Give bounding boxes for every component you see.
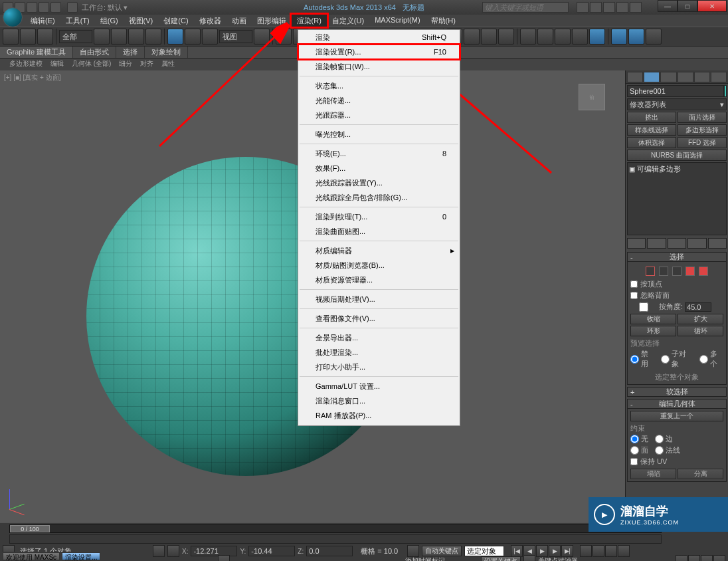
menu-modifier[interactable]: 修改器 [194,15,227,27]
dd-matmgr[interactable]: 材质资源管理器... [298,273,460,287]
nav-zoom-icon[interactable] [580,545,592,557]
coord-x[interactable] [191,546,237,556]
time-handle[interactable]: 0 / 100 [10,525,50,532]
chk-byvertex[interactable] [630,280,638,288]
btn-grow[interactable]: 扩大 [678,314,723,324]
maximize-button[interactable]: □ [678,0,697,12]
help-icon[interactable] [577,2,589,13]
dd-state[interactable]: 状态集... [298,78,460,93]
snap-percent-icon[interactable] [481,29,497,45]
pivot-icon[interactable] [254,29,270,45]
manip-icon[interactable] [276,29,292,45]
nav-orbit-icon[interactable] [701,555,713,561]
search-input[interactable] [482,2,569,13]
menu-group[interactable]: 组(G) [95,15,124,27]
menu-create[interactable]: 创建(C) [158,15,193,27]
coord-z[interactable] [306,546,353,556]
qat-link-icon[interactable] [67,2,78,13]
select-name-icon[interactable] [111,29,127,45]
configure-icon[interactable] [708,238,727,249]
radio-subobj[interactable] [661,355,670,364]
info-icon[interactable] [630,2,642,13]
radio-multi[interactable] [699,355,708,364]
border-icon[interactable] [672,267,682,276]
radio-normal[interactable] [655,446,664,455]
modifier-stack[interactable]: ▣ 可编辑多边形 [627,162,727,235]
rollout-selection[interactable]: -选择 [627,252,727,262]
select-paint-icon[interactable] [145,29,161,45]
object-name-input[interactable] [627,85,724,97]
close-button[interactable]: ✕ [697,0,727,12]
qat-redo-icon[interactable] [50,2,61,13]
align-icon[interactable] [520,29,536,45]
dd-rsurf[interactable]: 渲染曲面贴图... [298,224,460,239]
layers-icon[interactable] [537,29,553,45]
radio-face[interactable] [630,446,639,455]
subtab-polymodel[interactable]: 多边形建模 [5,58,46,70]
show-icon[interactable] [647,238,666,249]
menu-help[interactable]: 帮助(H) [426,15,461,27]
nav-fov-icon[interactable] [605,545,617,557]
dd-matedit[interactable]: 材质编辑器▶ [298,243,460,258]
autokey-button[interactable]: 自动关键点 [422,546,462,556]
nav-zoome-icon[interactable] [618,545,630,557]
favorite-icon[interactable] [590,2,602,13]
btn-spline[interactable]: 样条线选择 [627,124,676,136]
subtab-subdiv[interactable]: 细分 [115,58,136,70]
dd-print[interactable]: 打印大小助手... [298,360,460,374]
utilities-tab-icon[interactable] [711,72,727,82]
play-icon[interactable]: ▶ [536,545,548,557]
bind-icon[interactable] [37,29,53,45]
comm-icon[interactable] [603,2,615,13]
lock-sel-icon[interactable] [167,545,179,557]
btn-ffd[interactable]: FFD 选择 [678,137,727,148]
dd-gamma[interactable]: Gamma/LUT 设置... [298,379,460,393]
next-frame-icon[interactable]: ▶ [549,545,561,557]
create-tab-icon[interactable] [627,72,643,82]
pin-icon[interactable] [627,238,646,249]
nav-zoomall-icon[interactable] [592,545,604,557]
btn-detach[interactable]: 分离 [678,469,723,479]
btn-collapse[interactable]: 塌陷 [630,469,676,479]
btn-shrink[interactable]: 收缩 [630,314,676,324]
mirror-icon[interactable] [498,29,514,45]
dd-videopost[interactable]: 视频后期处理(V)... [298,292,460,306]
curve-editor-icon[interactable] [555,29,571,45]
workspace-label[interactable]: 工作台: 默认 [82,3,122,13]
dd-batch[interactable]: 批处理渲染... [298,345,460,360]
chk-keepuv[interactable] [630,458,638,465]
material-editor-icon[interactable] [589,29,605,45]
script-icon[interactable] [218,555,230,561]
move-icon[interactable] [167,29,183,45]
key-icon[interactable] [407,545,419,557]
btn-vol[interactable]: 体积选择 [627,137,676,148]
rendset-btn[interactable]: 渲染设置... [62,552,100,560]
radio-off[interactable] [630,355,639,364]
unique-icon[interactable] [668,238,686,249]
dd-lighttracer[interactable]: 光跟踪器... [298,108,460,122]
motion-tab-icon[interactable] [678,72,693,82]
modifier-list[interactable]: 修改器列表▾ [627,98,727,110]
display-tab-icon[interactable] [694,72,710,82]
exchange-icon[interactable] [616,2,628,13]
ribbon-paint[interactable]: 对象绘制 [145,47,188,58]
dd-effects[interactable]: 效果(F)... [298,161,460,175]
link-icon[interactable] [3,29,19,45]
keymode-input[interactable] [464,546,504,556]
menu-tools[interactable]: 工具(T) [60,15,95,27]
vertex-icon[interactable] [646,267,655,276]
dd-render-window[interactable]: 渲染帧窗口(W)... [298,59,460,74]
chk-byangle[interactable] [630,302,657,312]
time-slider[interactable]: 0 / 100 [9,524,662,533]
hierarchy-tab-icon[interactable] [660,72,676,82]
dd-raytrace-set[interactable]: 光线跟踪器设置(Y)... [298,175,460,190]
radio-none[interactable] [630,435,639,443]
subtab-align[interactable]: 对齐 [136,58,157,70]
menu-maxscript[interactable]: MAXScript(M) [369,15,425,27]
welcome-btn[interactable]: 欢迎使用 MAXSc [3,552,60,560]
element-icon[interactable] [699,267,708,276]
nav-walk-icon[interactable] [688,555,700,561]
btn-nurbs[interactable]: NURBS 曲面选择 [627,150,727,161]
btn-face[interactable]: 面片选择 [678,112,727,123]
dd-raytrace-inc[interactable]: 光线跟踪全局包含/排除(G)... [298,190,460,205]
